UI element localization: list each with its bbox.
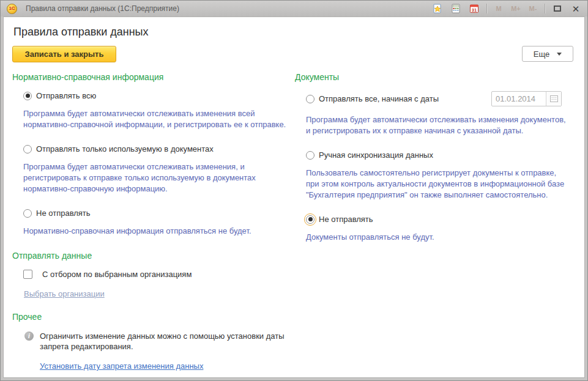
- documents-option-group-0: Отправлять все, начиная с даты: [295, 91, 570, 136]
- option-note: Программа будет автоматически отслеживат…: [23, 108, 286, 130]
- memory-m-plus-button: M+: [508, 2, 523, 15]
- window-title: Правила отправки данных (1С:Предприятие): [26, 4, 430, 13]
- radio-icon[interactable]: [306, 151, 314, 160]
- radio-nsi-send-used-only[interactable]: Отправлять только используемую в докумен…: [23, 144, 292, 154]
- other-info-row: i Ограничить изменение данных можно с по…: [24, 331, 292, 352]
- titlebar-separator: [486, 4, 487, 13]
- radio-nsi-do-not-send[interactable]: Не отправлять: [23, 209, 292, 218]
- svg-text:31: 31: [472, 7, 477, 13]
- titlebar[interactable]: 1С Правила отправки данных (1С:Предприят…: [1, 1, 587, 17]
- app-window: 1С Правила отправки данных (1С:Предприят…: [0, 0, 588, 381]
- calendar-grid-icon: [550, 95, 558, 102]
- memory-m-minus-button: M-: [526, 2, 540, 15]
- calculator-icon: [451, 4, 461, 13]
- radio-icon[interactable]: [306, 215, 314, 224]
- save-and-close-button[interactable]: Записать и закрыть: [12, 46, 116, 62]
- column-documents: Документы Отправлять все, начиная с даты: [295, 72, 570, 371]
- close-button[interactable]: ✕: [568, 2, 584, 15]
- documents-option-group-2: Не отправлять Документы отправляться не …: [295, 215, 570, 243]
- more-button[interactable]: Еще: [522, 46, 573, 62]
- radio-label: Ручная синхронизация данных: [319, 150, 433, 160]
- radio-label: Отправлять только используемую в докумен…: [36, 144, 214, 154]
- calendar-picker-button[interactable]: [546, 92, 561, 106]
- radio-nsi-send-all[interactable]: Отправлять всю: [23, 91, 292, 100]
- radio-icon[interactable]: [306, 95, 314, 103]
- favorites-button[interactable]: [430, 2, 445, 15]
- maximize-button[interactable]: [549, 2, 565, 15]
- option-note: Нормативно-справочная информация отправл…: [23, 226, 286, 237]
- radio-icon[interactable]: [23, 145, 32, 154]
- radio-docs-send-all-from-date[interactable]: Отправлять все, начиная с даты: [306, 91, 570, 106]
- info-icon: i: [24, 331, 34, 341]
- form-content: Правила отправки данных Записать и закры…: [3, 17, 585, 378]
- column-nsi: Нормативно-справочная информация Отправл…: [12, 72, 292, 371]
- documents-option-group-1: Ручная синхронизация данных Пользователь…: [295, 150, 570, 201]
- calendar-icon: 31: [469, 4, 479, 13]
- option-note: Программа будет автоматически отслеживат…: [306, 114, 569, 136]
- radio-label: Не отправлять: [36, 209, 91, 218]
- settings-columns: Нормативно-справочная информация Отправл…: [12, 72, 576, 371]
- page-title: Правила отправки данных: [13, 26, 576, 39]
- checkbox-filter-by-organizations[interactable]: С отбором по выбранным организациям: [23, 270, 292, 279]
- radio-label: Не отправлять: [319, 215, 373, 224]
- section-heading-send-data: Отправлять данные: [12, 251, 292, 261]
- 1c-logo-icon: 1С: [7, 4, 17, 14]
- date-field: [491, 91, 562, 106]
- info-text: Ограничить изменение данных можно с помо…: [40, 331, 292, 352]
- checkbox-label: С отбором по выбранным организациям: [42, 270, 192, 279]
- close-icon: ✕: [572, 4, 580, 13]
- radio-label: Отправлять все, начиная с даты: [319, 94, 439, 103]
- star-page-icon: [433, 4, 442, 13]
- nsi-option-group-1: Отправлять только используемую в докумен…: [12, 144, 292, 194]
- option-note: Пользователь самостоятельно регистрирует…: [306, 168, 569, 201]
- nsi-option-group-0: Отправлять всю Программа будет автоматич…: [12, 91, 292, 130]
- checkbox-icon[interactable]: [23, 270, 32, 279]
- radio-icon[interactable]: [23, 92, 32, 100]
- titlebar-actions: 31 M M+ M- ✕: [430, 2, 584, 15]
- radio-icon[interactable]: [23, 209, 32, 218]
- set-restriction-date-link[interactable]: Установить дату запрета изменения данных: [40, 361, 203, 371]
- option-note: Документы отправляться не будут.: [306, 232, 569, 243]
- more-button-label: Еще: [534, 50, 549, 59]
- memory-m-button: M: [491, 2, 506, 15]
- select-organizations-link[interactable]: Выбрать организации: [24, 289, 105, 298]
- chevron-down-icon: [557, 53, 562, 56]
- radio-docs-manual-sync[interactable]: Ручная синхронизация данных: [306, 150, 570, 160]
- 1c-logo-text: 1С: [9, 6, 15, 11]
- start-date-input[interactable]: [492, 92, 546, 106]
- option-note: Программа будет автоматически отслеживат…: [23, 161, 286, 194]
- section-heading-nsi: Нормативно-справочная информация: [12, 72, 292, 82]
- calculator-button[interactable]: [448, 2, 464, 15]
- nsi-option-group-2: Не отправлять Нормативно-справочная инфо…: [12, 209, 292, 237]
- titlebar-separator: [545, 4, 545, 13]
- section-heading-other: Прочее: [12, 312, 292, 322]
- calendar-button[interactable]: 31: [466, 2, 482, 15]
- radio-label: Отправлять всю: [36, 91, 96, 100]
- section-heading-documents: Документы: [295, 72, 570, 82]
- command-bar: Записать и закрыть Еще: [12, 46, 576, 62]
- radio-docs-do-not-send[interactable]: Не отправлять: [306, 215, 570, 224]
- maximize-icon: [554, 6, 561, 12]
